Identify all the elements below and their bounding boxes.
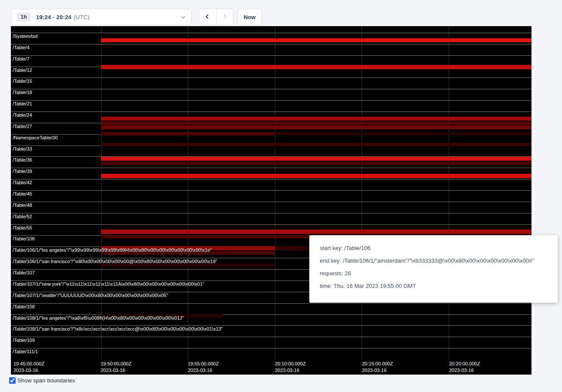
heat-band[interactable] (101, 65, 532, 69)
show-span-boundaries-checkbox[interactable] (9, 377, 16, 384)
span-boundary-line (11, 224, 532, 225)
span-label: /Table/55 (13, 225, 32, 230)
span-label: /Table/12 (13, 68, 32, 73)
span-label: /Table/111/1 (13, 349, 38, 354)
axis-time-label: 19:55:00.000Z2023-03-16 (188, 361, 219, 374)
key-visualizer-canvas[interactable]: /System/tsd/Table/4/Table/7/Table/12/Tab… (11, 26, 532, 375)
time-gridline (449, 26, 449, 359)
heat-band[interactable] (101, 132, 275, 135)
span-label: /Table/42 (13, 180, 32, 185)
span-boundary-line (11, 112, 532, 112)
span-label: /Table/108/1/"san francisco"/"\x8c\xcc\x… (13, 326, 223, 331)
tooltip-time: time: Thu, 16 Mar 2023 19:55:00 GMT (320, 283, 547, 289)
span-label: /Table/36 (13, 157, 32, 162)
span-boundary-line (11, 213, 532, 213)
span-boundary-line (11, 190, 532, 191)
range-timezone: (UTC) (74, 14, 90, 20)
show-span-boundaries: Show span boundaries (9, 377, 75, 384)
next-range-button[interactable] (216, 9, 234, 25)
span-boundary-line (11, 78, 532, 78)
time-gridline (275, 26, 275, 359)
span-label: /Table/106/1/"los angeles"/"\x99\x99\x99… (13, 247, 212, 253)
time-gridline (188, 26, 188, 359)
span-label: /Table/18 (13, 90, 32, 95)
span-boundary-line (11, 89, 532, 89)
span-label: /Table/27 (13, 124, 32, 129)
span-boundary-line (11, 168, 532, 168)
span-label: /NamespaceTable/30 (13, 135, 58, 140)
heat-band[interactable] (101, 157, 532, 161)
span-boundary-line (11, 100, 532, 101)
axis-time-label: 19:50:00.000Z2023-03-16 (101, 361, 132, 374)
tooltip-end-key: end key: /Table/106/1/"amsterdam"/"\xb33… (320, 257, 547, 264)
axis-time-label: 20:15:00.000Z2023-03-16 (362, 361, 393, 374)
hover-tooltip: start key: /Table/106 end key: /Table/10… (309, 235, 558, 303)
span-label: /Table/106/1/"san francisco"/"\x80\x00\x… (13, 259, 217, 264)
span-label: /Table/52 (13, 214, 32, 219)
span-label: /Table/107 (13, 270, 35, 275)
range-label: 19:24 - 20:24 (36, 14, 71, 20)
span-label: /Table/106 (13, 236, 35, 241)
span-label: /Table/108 (13, 304, 35, 309)
prev-range-button[interactable] (199, 9, 216, 25)
time-gridline (101, 26, 102, 359)
axis-time-label: 20:10:00.000Z2023-03-16 (275, 361, 306, 374)
heat-band[interactable] (275, 132, 532, 135)
heat-band[interactable] (101, 143, 532, 146)
now-button[interactable]: Now (237, 9, 262, 25)
range-nav-group (199, 9, 234, 25)
span-label: /Table/21 (13, 101, 32, 106)
chevron-right-icon (222, 14, 228, 21)
heat-band[interactable] (101, 174, 532, 178)
span-boundary-line (11, 314, 532, 315)
span-label: /Table/107/1/"new york"/"\x11\x11\x11\x1… (13, 281, 204, 287)
span-boundary-line (11, 179, 532, 179)
span-label: /Table/4 (13, 45, 30, 50)
tooltip-requests: requests: 28 (320, 270, 547, 277)
span-boundary-line (11, 55, 532, 56)
heat-band[interactable] (101, 125, 532, 129)
span-label: /Table/107/1/"seattle"/"UUUUUUD\x00\x80\… (13, 293, 168, 298)
tooltip-start-key: start key: /Table/106 (320, 245, 547, 251)
span-label: /Table/45 (13, 191, 32, 196)
span-boundary-line (11, 33, 532, 33)
span-label: /Table/39 (13, 169, 32, 174)
span-label: /Table/24 (13, 112, 32, 118)
span-label: /Table/15 (13, 78, 32, 84)
heat-band[interactable] (101, 122, 532, 125)
time-range-select[interactable]: 1h 19:24 - 20:24 (UTC) (11, 9, 192, 25)
axis-time-label: 19:45:00.000Z2023-03-16 (14, 361, 44, 374)
heat-band[interactable] (101, 230, 532, 234)
checkbox-label: Show span boundaries (17, 377, 75, 384)
heat-band[interactable] (101, 264, 275, 267)
span-label: /Table/33 (13, 146, 32, 152)
heat-band[interactable] (101, 162, 532, 165)
span-label: /Table/108/1/"los angeles"/"\xa8\xf5\u00… (13, 315, 184, 321)
span-boundary-line (11, 44, 532, 44)
heat-band[interactable] (101, 117, 532, 121)
span-boundary-line (11, 303, 532, 304)
key-visualizer-page: 1h 19:24 - 20:24 (UTC) Now /System/tsd/T… (0, 0, 562, 392)
span-boundary-line (11, 337, 532, 337)
span-label: /Table/109 (13, 338, 35, 343)
span-label: /System/tsd (13, 34, 37, 39)
span-label: /Table/48 (13, 203, 32, 208)
time-gridline (362, 26, 362, 359)
axis-time-label: 20:20:00.000Z2023-03-16 (449, 361, 480, 374)
range-duration-badge: 1h (17, 13, 31, 21)
heat-band[interactable] (101, 38, 532, 42)
span-label: /Table/7 (13, 56, 30, 61)
chevron-left-icon (204, 14, 210, 21)
span-boundary-line (11, 202, 532, 202)
chevron-down-icon (180, 14, 186, 20)
span-boundary-line (11, 348, 532, 348)
